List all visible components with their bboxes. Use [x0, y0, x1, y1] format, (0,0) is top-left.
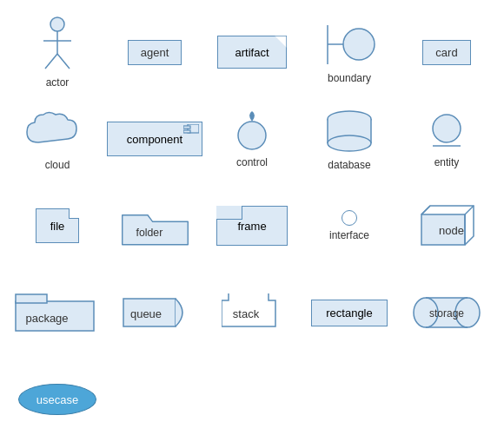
- svg-line-21: [465, 206, 474, 214]
- interface-label: interface: [329, 229, 369, 241]
- card-cell: card: [398, 9, 495, 96]
- artifact-cell: artifact: [203, 9, 301, 96]
- empty-cell-2: [203, 356, 301, 435]
- actor-label: actor: [46, 76, 70, 89]
- frame-shape: frame: [216, 206, 288, 246]
- empty-cell-3: [301, 356, 398, 435]
- interface-icon: [342, 210, 357, 226]
- component-icon: [183, 124, 199, 138]
- entity-cell: entity: [398, 96, 495, 182]
- queue-icon: queue: [120, 295, 189, 330]
- rectangle-shape: rectangle: [311, 300, 387, 326]
- usecase-shape: usecase: [18, 384, 96, 415]
- svg-text:queue: queue: [130, 307, 162, 320]
- component-cell: component: [106, 96, 203, 182]
- artifact-dogear-icon: [275, 36, 287, 48]
- actor-cell: actor: [9, 9, 106, 96]
- card-shape: card: [422, 40, 470, 65]
- control-label: control: [236, 156, 268, 168]
- frame-corner-icon: [216, 206, 242, 220]
- rectangle-cell: rectangle: [301, 269, 398, 356]
- empty-cell-1: [106, 356, 203, 435]
- cloud-icon: [23, 108, 92, 155]
- svg-rect-9: [183, 126, 190, 129]
- boundary-icon: [319, 21, 380, 69]
- control-cell: control: [203, 96, 301, 182]
- folder-cell: folder: [106, 182, 203, 269]
- frame-cell: frame: [203, 182, 301, 269]
- entity-icon: [429, 109, 464, 153]
- svg-point-16: [328, 135, 371, 151]
- agent-cell: agent: [106, 9, 203, 96]
- agent-shape: agent: [128, 40, 182, 65]
- svg-text:stack: stack: [233, 307, 260, 320]
- cloud-cell: cloud: [9, 96, 106, 182]
- storage-cell: storage: [398, 269, 495, 356]
- stack-icon: stack: [222, 293, 282, 332]
- empty-cell-4: [398, 356, 495, 435]
- package-icon: package: [14, 291, 101, 334]
- folder-icon: folder: [118, 202, 192, 250]
- boundary-cell: boundary: [301, 9, 398, 96]
- svg-text:package: package: [25, 312, 68, 325]
- queue-cell: queue: [106, 269, 203, 356]
- stack-cell: stack: [203, 269, 301, 356]
- svg-rect-10: [183, 130, 190, 133]
- storage-icon: storage: [412, 296, 481, 329]
- svg-text:folder: folder: [136, 227, 162, 239]
- cloud-label: cloud: [45, 159, 70, 171]
- svg-line-3: [45, 54, 57, 69]
- usecase-cell: usecase: [9, 356, 106, 435]
- file-shape: file: [36, 208, 79, 243]
- svg-text:node: node: [439, 224, 464, 237]
- database-icon: [319, 108, 380, 155]
- svg-point-0: [50, 17, 64, 31]
- artifact-shape: artifact: [217, 36, 287, 69]
- svg-line-4: [57, 54, 70, 69]
- database-cell: database: [301, 96, 398, 182]
- control-icon: [235, 109, 269, 153]
- file-cell: file: [9, 182, 106, 269]
- node-cell: node: [398, 182, 495, 269]
- database-label: database: [328, 159, 370, 171]
- svg-text:storage: storage: [429, 307, 464, 320]
- svg-point-17: [433, 115, 461, 142]
- svg-line-23: [421, 206, 430, 214]
- interface-cell: interface: [301, 182, 398, 269]
- node-icon: node: [414, 204, 480, 247]
- boundary-label: boundary: [328, 72, 371, 84]
- svg-point-11: [238, 122, 266, 149]
- actor-icon: [40, 16, 75, 73]
- entity-label: entity: [434, 156, 460, 168]
- svg-point-7: [343, 29, 375, 60]
- svg-rect-26: [16, 294, 47, 303]
- file-corner-icon: [69, 208, 79, 219]
- package-cell: package: [9, 269, 106, 356]
- component-shape: component: [107, 122, 202, 156]
